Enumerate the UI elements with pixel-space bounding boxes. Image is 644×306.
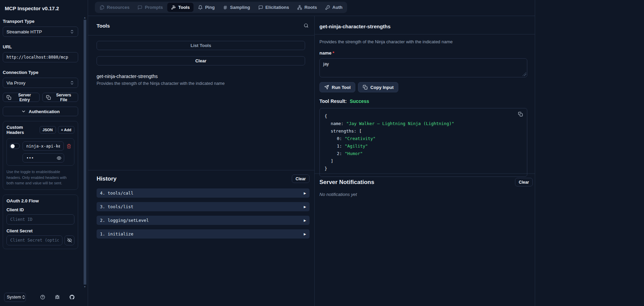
json-token: [ — [359, 128, 362, 134]
tool-list-item[interactable]: get-ninja-character-strengths Provides t… — [97, 74, 305, 86]
add-header-button[interactable]: + Add — [58, 126, 74, 134]
tab-label: Roots — [304, 5, 317, 10]
config-buttons-row: Server Entry Servers File — [3, 93, 78, 102]
param-name-text: name — [319, 50, 331, 56]
json-string: "Agility" — [345, 143, 368, 149]
send-icon — [324, 85, 329, 90]
history-item-label: 2. logging/setLevel — [100, 218, 149, 223]
oauth-title: OAuth 2.0 Flow — [6, 198, 39, 203]
bell-icon — [198, 5, 203, 10]
resize-grip[interactable] — [523, 72, 526, 76]
tools-column: Tools List Tools Clear get-ninja-charact… — [88, 16, 315, 306]
headers-json-button[interactable]: JSON — [40, 126, 56, 134]
theme-value: System — [7, 295, 21, 300]
empty-area — [535, 0, 644, 306]
json-line: 2:"Humor" — [325, 150, 522, 157]
sidebar-content: Transport Type Streamable HTTP URL Conne… — [0, 11, 88, 288]
tab-label: Elicitations — [266, 5, 289, 10]
message-square-icon — [138, 5, 142, 10]
history-item[interactable]: 1. initialize ▶ — [97, 229, 310, 239]
app-root: MCP Inspector v0.17.2 Transport Type Str… — [0, 0, 644, 306]
history-item[interactable]: 4. tools/call ▶ — [97, 188, 310, 198]
copy-icon — [363, 85, 368, 90]
copy-result-button[interactable] — [518, 112, 523, 118]
json-line: strengths:[ — [325, 127, 522, 135]
tool-name: get-ninja-character-strengths — [97, 74, 305, 79]
eye-icon — [57, 156, 61, 160]
tab-label: Resources — [107, 5, 129, 10]
top-navigation: Resources Prompts Tools Ping Sampling — [88, 0, 535, 16]
main-area: Resources Prompts Tools Ping Sampling — [88, 0, 535, 306]
header-enabled-toggle[interactable] — [10, 143, 20, 149]
server-entry-button[interactable]: Server Entry — [3, 93, 40, 102]
show-header-value-button[interactable] — [57, 156, 61, 160]
tool-result-json: { name:"Jay Walker – Lightning Ninja (Li… — [319, 108, 527, 177]
history-item-label: 3. tools/list — [100, 204, 133, 209]
url-input[interactable] — [3, 52, 78, 62]
transport-type-select[interactable]: Streamable HTTP — [3, 27, 78, 37]
connection-type-value: Via Proxy — [6, 80, 25, 86]
history-item[interactable]: 2. logging/setLevel ▶ — [97, 216, 310, 225]
authentication-label: Authentication — [29, 109, 60, 114]
client-id-input[interactable] — [6, 214, 74, 225]
transport-type-value: Streamable HTTP — [6, 29, 42, 34]
scrollbar-thumb[interactable] — [84, 20, 86, 285]
help-button[interactable] — [40, 295, 45, 300]
list-tools-button[interactable]: List Tools — [97, 41, 305, 50]
tab-resources[interactable]: Resources — [96, 3, 133, 12]
transport-type-label: Transport Type — [3, 19, 78, 24]
delete-header-button[interactable] — [67, 144, 71, 149]
tab-prompts[interactable]: Prompts — [134, 3, 167, 12]
show-client-secret-button[interactable] — [65, 235, 74, 245]
run-tool-label: Run Tool — [332, 85, 350, 90]
header-name-input[interactable] — [23, 141, 64, 151]
tab-roots[interactable]: Roots — [294, 3, 321, 12]
sidebar-scrollbar[interactable]: ▲ ▼ — [83, 16, 86, 288]
github-button[interactable] — [70, 295, 74, 300]
copy-input-label: Copy Input — [370, 85, 393, 90]
server-entry-label: Server Entry — [13, 93, 36, 102]
client-secret-input[interactable] — [6, 235, 62, 245]
history-list: 4. tools/call ▶ 3. tools/list ▶ 2. loggi… — [97, 188, 310, 239]
scroll-up-arrow[interactable]: ▲ — [84, 16, 86, 19]
headers-helper-text: Use the toggle to enable/disable headers… — [6, 169, 74, 186]
server-notifications-panel: Server Notifications Clear No notificati… — [315, 174, 535, 306]
tab-label: Sampling — [230, 5, 250, 10]
connection-type-select[interactable]: Via Proxy — [3, 78, 78, 88]
json-line: ] — [325, 157, 522, 165]
url-label: URL — [3, 44, 78, 49]
tool-result-status: Success — [350, 98, 369, 104]
scroll-down-arrow[interactable]: ▼ — [84, 285, 86, 288]
authentication-toggle-button[interactable]: Authentication — [3, 107, 78, 116]
tool-detail-panel: get-ninja-character-strengths Provides t… — [315, 16, 535, 174]
tools-panel: Tools List Tools Clear get-ninja-charact… — [88, 16, 314, 170]
param-value-input[interactable]: jay — [319, 58, 527, 77]
tab-ping[interactable]: Ping — [194, 3, 218, 12]
theme-select[interactable]: System — [4, 293, 26, 302]
history-item[interactable]: 3. tools/list ▶ — [97, 202, 310, 211]
servers-file-button[interactable]: Servers File — [42, 93, 78, 102]
clear-history-button[interactable]: Clear — [292, 174, 310, 183]
client-secret-label: Client Secret — [6, 229, 74, 233]
json-line: } — [325, 165, 522, 172]
json-key: 1: — [337, 143, 342, 149]
tool-result-label: Tool Result: — [319, 98, 347, 104]
run-tool-button[interactable]: Run Tool — [319, 82, 355, 92]
chevrons-up-down-icon — [70, 29, 74, 34]
clear-tools-button[interactable]: Clear — [97, 56, 305, 65]
chevron-right-icon: ▶ — [304, 205, 306, 209]
custom-headers-title: Custom Headers — [6, 125, 38, 135]
search-tools-button[interactable] — [304, 23, 309, 28]
clear-notifications-button[interactable]: Clear — [515, 178, 533, 186]
json-key: 2: — [337, 151, 342, 156]
tab-auth[interactable]: Auth — [321, 3, 346, 12]
json-line: name:"Jay Walker – Lightning Ninja (Ligh… — [325, 120, 522, 127]
debug-button[interactable] — [55, 295, 60, 300]
hammer-icon — [171, 5, 176, 10]
required-marker: * — [332, 50, 334, 56]
copy-input-button[interactable]: Copy Input — [358, 82, 398, 92]
tab-sampling[interactable]: Sampling — [219, 3, 254, 12]
tab-elicitations[interactable]: Elicitations — [255, 3, 293, 12]
tab-tools[interactable]: Tools — [167, 3, 194, 12]
github-icon — [70, 295, 74, 300]
